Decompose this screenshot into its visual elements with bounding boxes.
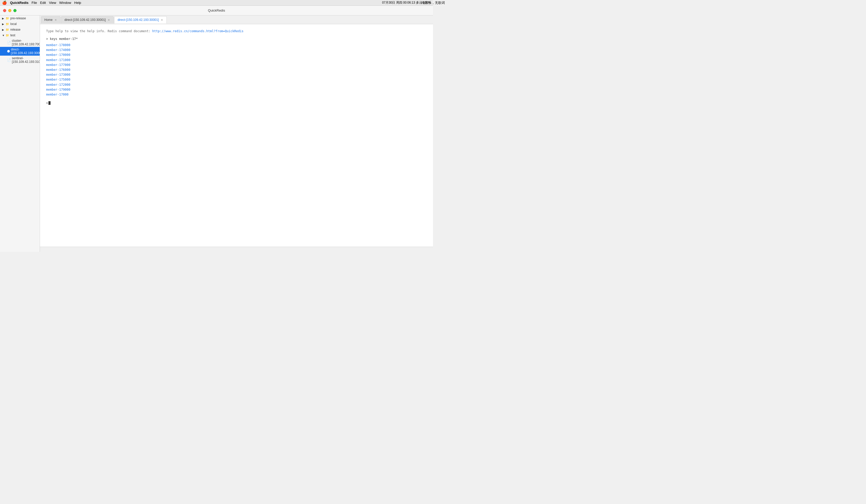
result-line-5: member-177000 xyxy=(46,62,427,68)
bottom-bar xyxy=(40,247,433,252)
tabs-bar: Home ✕ direct-[150.109.42.193:30001] ✕ d… xyxy=(40,15,433,24)
file-icon: 📄 xyxy=(7,58,11,62)
console-command-prompt: > keys member-17* xyxy=(46,37,427,41)
sidebar-label-cluster: cluster-[150.109.42.193:7001] xyxy=(12,39,40,46)
result-line-4: member-171000 xyxy=(46,58,427,62)
result-line-11: member-17000 xyxy=(46,92,427,97)
tab-direct2-close[interactable]: ✕ xyxy=(160,18,164,22)
menubar: 🍎 QuickRedis File Edit View Window Help … xyxy=(0,0,433,6)
result-line-6: member-176000 xyxy=(46,68,427,72)
sidebar-label-release: release xyxy=(10,28,20,32)
window-title: QuickRedis xyxy=(208,9,225,12)
menu-view[interactable]: View xyxy=(49,1,56,5)
folder-icon: 📁 xyxy=(5,34,9,37)
folder-icon: 📁 xyxy=(5,17,9,20)
folder-icon: 📁 xyxy=(5,28,9,32)
sidebar-item-cluster[interactable]: 📄 cluster-[150.109.42.193:7001] xyxy=(0,38,40,47)
sidebar-label-direct: direct-[150.109.42.193:30001] xyxy=(11,48,40,55)
tab-home-label: Home xyxy=(44,18,53,22)
sidebar-item-direct[interactable]: direct-[150.109.42.193:30001] xyxy=(0,47,40,56)
sidebar-item-sentinel[interactable]: 📄 sentinel-[150.109.42.193:31001] xyxy=(0,56,40,65)
folder-icon: 📁 xyxy=(5,22,9,26)
menu-app-name[interactable]: QuickRedis xyxy=(10,1,29,5)
result-line-3: member-170000 xyxy=(46,53,427,57)
sidebar-item-release[interactable]: ▶ 📁 release xyxy=(0,27,40,33)
menubar-left: 🍎 QuickRedis File Edit View Window Help xyxy=(2,1,81,5)
tab-direct1-close[interactable]: ✕ xyxy=(107,18,110,22)
result-line-9: member-172000 xyxy=(46,82,427,87)
redis-doc-link[interactable]: http://www.redis.cn/commands.html?from=Q… xyxy=(152,30,244,33)
chevron-right-icon: ▶ xyxy=(2,17,5,20)
result-line-1: member-178000 xyxy=(46,43,427,48)
tab-direct1-label: direct-[150.109.42.193:30001] xyxy=(65,18,106,22)
close-button[interactable] xyxy=(3,9,6,12)
maximize-button[interactable] xyxy=(13,9,16,12)
tab-direct1[interactable]: direct-[150.109.42.193:30001] ✕ xyxy=(61,16,114,23)
minimize-button[interactable] xyxy=(8,9,11,12)
chevron-right-icon: ▶ xyxy=(2,23,5,25)
tab-home[interactable]: Home ✕ xyxy=(41,16,60,23)
console-help-text: Type help to view the help info. Redis c… xyxy=(46,30,427,33)
result-line-10: member-179000 xyxy=(46,87,427,92)
main-content: ▶ 📁 pre-release ▶ 📁 local ▶ 📁 release ▼ … xyxy=(0,15,433,252)
menu-window[interactable]: Window xyxy=(59,1,71,5)
tab-direct2-label: direct-[150.109.42.193:30001] xyxy=(118,18,159,22)
menu-edit[interactable]: Edit xyxy=(40,1,46,5)
sidebar-label-local: local xyxy=(10,22,17,26)
result-line-2: member-174000 xyxy=(46,48,427,53)
menu-help[interactable]: Help xyxy=(74,1,81,5)
menubar-center: 纯音乐，无歌词 xyxy=(421,1,433,5)
file-icon: 📄 xyxy=(7,41,11,44)
menu-file[interactable]: File xyxy=(32,1,37,5)
chevron-right-icon: ▶ xyxy=(2,28,5,31)
cursor-block xyxy=(48,101,51,105)
sidebar-label-sentinel: sentinel-[150.109.42.193:31001] xyxy=(12,56,40,64)
tab-home-close[interactable]: ✕ xyxy=(54,18,57,22)
window-controls xyxy=(3,9,16,12)
connection-icon xyxy=(7,50,10,53)
result-line-8: member-175000 xyxy=(46,77,427,82)
titlebar: QuickRedis xyxy=(0,6,433,15)
sidebar-label-pre-release: pre-release xyxy=(10,16,26,20)
console-input-line[interactable]: > xyxy=(46,101,427,105)
sidebar: ▶ 📁 pre-release ▶ 📁 local ▶ 📁 release ▼ … xyxy=(0,15,40,252)
result-line-7: member-173000 xyxy=(46,72,427,77)
sidebar-label-test: test xyxy=(10,34,15,37)
right-panel: Home ✕ direct-[150.109.42.193:30001] ✕ d… xyxy=(40,15,433,252)
sidebar-item-local[interactable]: ▶ 📁 local xyxy=(0,21,40,27)
app-window: QuickRedis ▶ 📁 pre-release ▶ 📁 local ▶ 📁… xyxy=(0,6,433,252)
apple-icon[interactable]: 🍎 xyxy=(2,1,7,5)
sidebar-item-test[interactable]: ▼ 📁 test xyxy=(0,33,40,38)
sidebar-item-pre-release[interactable]: ▶ 📁 pre-release xyxy=(0,15,40,21)
chevron-down-icon: ▼ xyxy=(2,34,5,37)
console-area[interactable]: Type help to view the help info. Redis c… xyxy=(40,24,433,247)
console-results: member-178000 member-174000 member-17000… xyxy=(46,43,427,97)
tab-direct2[interactable]: direct-[150.109.42.193:30001] ✕ xyxy=(114,16,167,23)
cursor-prompt: > xyxy=(46,101,48,105)
